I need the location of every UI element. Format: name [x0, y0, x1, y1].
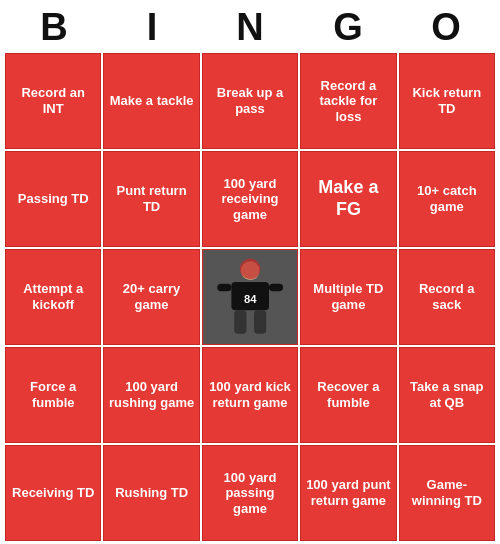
bingo-cell-1: Make a tackle [103, 53, 199, 149]
bingo-letter-i: I [108, 6, 196, 49]
bingo-cell-20: Receiving TD [5, 445, 101, 541]
bingo-cell-11: 20+ carry game [103, 249, 199, 345]
bingo-header: BINGO [5, 0, 495, 53]
cell-text-17: 100 yard kick return game [207, 379, 293, 410]
cell-text-5: Passing TD [18, 191, 89, 207]
bingo-cell-12: 84 [202, 249, 298, 345]
bingo-cell-6: Punt return TD [103, 151, 199, 247]
cell-text-16: 100 yard rushing game [108, 379, 194, 410]
cell-text-0: Record an INT [10, 85, 96, 116]
cell-text-6: Punt return TD [108, 183, 194, 214]
cell-text-19: Take a snap at QB [404, 379, 490, 410]
bingo-cell-16: 100 yard rushing game [103, 347, 199, 443]
bingo-cell-21: Rushing TD [103, 445, 199, 541]
cell-text-24: Game-winning TD [404, 477, 490, 508]
cell-text-20: Receiving TD [12, 485, 94, 501]
bingo-grid: Record an INTMake a tackleBreak up a pas… [5, 53, 495, 541]
cell-text-10: Attempt a kickoff [10, 281, 96, 312]
bingo-cell-19: Take a snap at QB [399, 347, 495, 443]
cell-text-21: Rushing TD [115, 485, 188, 501]
cell-text-23: 100 yard punt return game [305, 477, 391, 508]
bingo-cell-5: Passing TD [5, 151, 101, 247]
bingo-cell-9: 10+ catch game [399, 151, 495, 247]
bingo-cell-15: Force a fumble [5, 347, 101, 443]
svg-text:84: 84 [244, 293, 257, 305]
bingo-cell-13: Multiple TD game [300, 249, 396, 345]
svg-rect-6 [234, 310, 246, 334]
cell-text-14: Record a sack [404, 281, 490, 312]
cell-text-13: Multiple TD game [305, 281, 391, 312]
bingo-cell-14: Record a sack [399, 249, 495, 345]
svg-rect-4 [217, 284, 231, 292]
bingo-letter-b: B [10, 6, 98, 49]
cell-text-2: Break up a pass [207, 85, 293, 116]
bingo-cell-0: Record an INT [5, 53, 101, 149]
bingo-cell-2: Break up a pass [202, 53, 298, 149]
bingo-cell-7: 100 yard receiving game [202, 151, 298, 247]
cell-text-11: 20+ carry game [108, 281, 194, 312]
svg-rect-7 [254, 310, 266, 334]
cell-text-22: 100 yard passing game [207, 470, 293, 517]
cell-text-4: Kick return TD [404, 85, 490, 116]
cell-text-3: Record a tackle for loss [305, 78, 391, 125]
bingo-cell-3: Record a tackle for loss [300, 53, 396, 149]
bingo-cell-4: Kick return TD [399, 53, 495, 149]
bingo-cell-23: 100 yard punt return game [300, 445, 396, 541]
cell-text-1: Make a tackle [110, 93, 194, 109]
bingo-letter-o: O [402, 6, 490, 49]
svg-point-8 [240, 258, 261, 279]
cell-text-8: Make a FG [305, 177, 391, 220]
bingo-cell-24: Game-winning TD [399, 445, 495, 541]
cell-text-15: Force a fumble [10, 379, 96, 410]
bingo-cell-8: Make a FG [300, 151, 396, 247]
cell-text-18: Recover a fumble [305, 379, 391, 410]
bingo-cell-10: Attempt a kickoff [5, 249, 101, 345]
bingo-letter-g: G [304, 6, 392, 49]
svg-rect-5 [269, 284, 283, 292]
bingo-cell-22: 100 yard passing game [202, 445, 298, 541]
bingo-letter-n: N [206, 6, 294, 49]
bingo-cell-18: Recover a fumble [300, 347, 396, 443]
cell-text-7: 100 yard receiving game [207, 176, 293, 223]
cell-text-9: 10+ catch game [404, 183, 490, 214]
bingo-cell-17: 100 yard kick return game [202, 347, 298, 443]
